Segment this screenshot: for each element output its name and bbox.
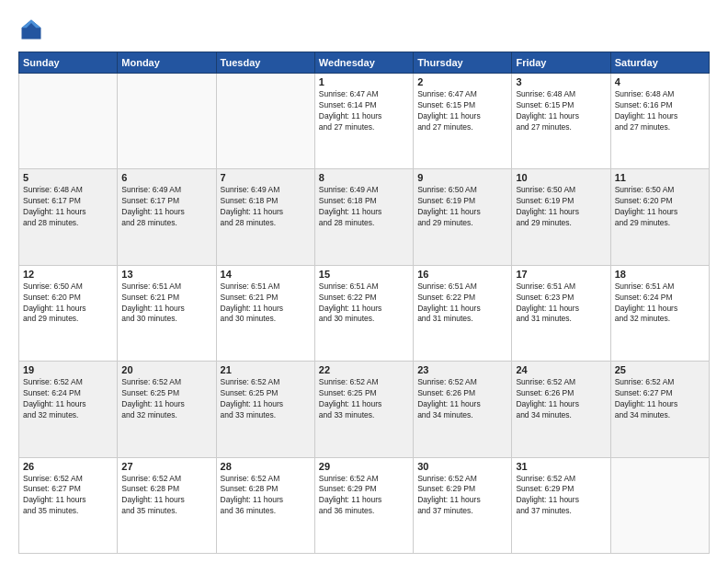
- calendar-cell: 13Sunrise: 6:51 AM Sunset: 6:21 PM Dayli…: [118, 265, 216, 361]
- day-number: 16: [417, 269, 507, 280]
- day-info: Sunrise: 6:51 AM Sunset: 6:22 PM Dayligh…: [319, 282, 409, 326]
- day-info: Sunrise: 6:52 AM Sunset: 6:27 PM Dayligh…: [615, 377, 705, 421]
- calendar-cell: 2Sunrise: 6:47 AM Sunset: 6:15 PM Daylig…: [414, 74, 512, 169]
- calendar-cell: 21Sunrise: 6:52 AM Sunset: 6:25 PM Dayli…: [216, 362, 314, 457]
- day-info: Sunrise: 6:51 AM Sunset: 6:22 PM Dayligh…: [417, 282, 507, 326]
- calendar-cell: 18Sunrise: 6:51 AM Sunset: 6:24 PM Dayli…: [610, 265, 709, 361]
- day-info: Sunrise: 6:52 AM Sunset: 6:26 PM Dayligh…: [417, 377, 507, 421]
- calendar-week-4: 19Sunrise: 6:52 AM Sunset: 6:24 PM Dayli…: [19, 362, 710, 457]
- calendar-header-tuesday: Tuesday: [216, 52, 314, 74]
- calendar-cell: 9Sunrise: 6:50 AM Sunset: 6:19 PM Daylig…: [414, 169, 512, 265]
- day-info: Sunrise: 6:48 AM Sunset: 6:17 PM Dayligh…: [23, 185, 113, 229]
- calendar-cell: [19, 74, 118, 169]
- day-info: Sunrise: 6:47 AM Sunset: 6:14 PM Dayligh…: [319, 89, 409, 133]
- day-info: Sunrise: 6:50 AM Sunset: 6:19 PM Dayligh…: [417, 185, 507, 229]
- day-number: 23: [417, 364, 507, 375]
- day-number: 17: [516, 269, 606, 280]
- day-number: 27: [121, 461, 211, 472]
- day-info: Sunrise: 6:47 AM Sunset: 6:15 PM Dayligh…: [417, 89, 507, 133]
- calendar-cell: 26Sunrise: 6:52 AM Sunset: 6:27 PM Dayli…: [19, 457, 118, 553]
- calendar-cell: 22Sunrise: 6:52 AM Sunset: 6:25 PM Dayli…: [314, 362, 413, 457]
- calendar-cell: 16Sunrise: 6:51 AM Sunset: 6:22 PM Dayli…: [414, 265, 512, 361]
- day-number: 30: [417, 461, 507, 472]
- day-number: 3: [516, 76, 606, 87]
- calendar-header-sunday: Sunday: [19, 52, 118, 74]
- calendar-cell: 10Sunrise: 6:50 AM Sunset: 6:19 PM Dayli…: [512, 169, 610, 265]
- day-info: Sunrise: 6:52 AM Sunset: 6:25 PM Dayligh…: [121, 377, 211, 421]
- day-number: 6: [121, 172, 211, 183]
- day-info: Sunrise: 6:52 AM Sunset: 6:28 PM Dayligh…: [121, 474, 211, 518]
- calendar-header-wednesday: Wednesday: [314, 52, 413, 74]
- calendar-cell: 15Sunrise: 6:51 AM Sunset: 6:22 PM Dayli…: [314, 265, 413, 361]
- day-info: Sunrise: 6:50 AM Sunset: 6:19 PM Dayligh…: [516, 185, 606, 229]
- day-number: 18: [615, 269, 705, 280]
- logo-icon: [18, 17, 44, 42]
- calendar-cell: 1Sunrise: 6:47 AM Sunset: 6:14 PM Daylig…: [314, 74, 413, 169]
- calendar-cell: [118, 74, 216, 169]
- day-info: Sunrise: 6:51 AM Sunset: 6:21 PM Dayligh…: [121, 282, 211, 326]
- calendar-week-5: 26Sunrise: 6:52 AM Sunset: 6:27 PM Dayli…: [19, 457, 710, 553]
- day-number: 15: [319, 269, 409, 280]
- day-info: Sunrise: 6:48 AM Sunset: 6:15 PM Dayligh…: [516, 89, 606, 133]
- calendar-cell: 14Sunrise: 6:51 AM Sunset: 6:21 PM Dayli…: [216, 265, 314, 361]
- day-number: 24: [516, 364, 606, 375]
- day-info: Sunrise: 6:50 AM Sunset: 6:20 PM Dayligh…: [615, 185, 705, 229]
- calendar-cell: 6Sunrise: 6:49 AM Sunset: 6:17 PM Daylig…: [118, 169, 216, 265]
- calendar-header-saturday: Saturday: [610, 52, 709, 74]
- day-number: 20: [121, 364, 211, 375]
- day-info: Sunrise: 6:52 AM Sunset: 6:28 PM Dayligh…: [221, 474, 311, 518]
- calendar-cell: 30Sunrise: 6:52 AM Sunset: 6:29 PM Dayli…: [414, 457, 512, 553]
- day-info: Sunrise: 6:52 AM Sunset: 6:25 PM Dayligh…: [319, 377, 409, 421]
- day-info: Sunrise: 6:49 AM Sunset: 6:17 PM Dayligh…: [121, 185, 211, 229]
- calendar-cell: 27Sunrise: 6:52 AM Sunset: 6:28 PM Dayli…: [118, 457, 216, 553]
- day-number: 22: [319, 364, 409, 375]
- calendar-cell: 4Sunrise: 6:48 AM Sunset: 6:16 PM Daylig…: [610, 74, 709, 169]
- day-info: Sunrise: 6:49 AM Sunset: 6:18 PM Dayligh…: [221, 185, 311, 229]
- day-number: 8: [319, 172, 409, 183]
- day-info: Sunrise: 6:51 AM Sunset: 6:24 PM Dayligh…: [615, 282, 705, 326]
- calendar-cell: 24Sunrise: 6:52 AM Sunset: 6:26 PM Dayli…: [512, 362, 610, 457]
- day-info: Sunrise: 6:52 AM Sunset: 6:29 PM Dayligh…: [516, 474, 606, 518]
- day-number: 13: [121, 269, 211, 280]
- calendar-cell: 31Sunrise: 6:52 AM Sunset: 6:29 PM Dayli…: [512, 457, 610, 553]
- calendar-cell: 12Sunrise: 6:50 AM Sunset: 6:20 PM Dayli…: [19, 265, 118, 361]
- day-info: Sunrise: 6:50 AM Sunset: 6:20 PM Dayligh…: [23, 282, 113, 326]
- day-info: Sunrise: 6:52 AM Sunset: 6:25 PM Dayligh…: [221, 377, 311, 421]
- logo: [18, 17, 48, 42]
- day-info: Sunrise: 6:52 AM Sunset: 6:29 PM Dayligh…: [319, 474, 409, 518]
- calendar-cell: 28Sunrise: 6:52 AM Sunset: 6:28 PM Dayli…: [216, 457, 314, 553]
- day-number: 5: [23, 172, 113, 183]
- calendar-table: SundayMondayTuesdayWednesdayThursdayFrid…: [18, 52, 710, 554]
- day-info: Sunrise: 6:52 AM Sunset: 6:27 PM Dayligh…: [23, 474, 113, 518]
- day-number: 9: [417, 172, 507, 183]
- calendar-cell: 25Sunrise: 6:52 AM Sunset: 6:27 PM Dayli…: [610, 362, 709, 457]
- page: SundayMondayTuesdayWednesdayThursdayFrid…: [0, 0, 728, 563]
- calendar-cell: 29Sunrise: 6:52 AM Sunset: 6:29 PM Dayli…: [314, 457, 413, 553]
- day-number: 19: [23, 364, 113, 375]
- day-number: 25: [615, 364, 705, 375]
- day-number: 28: [221, 461, 311, 472]
- day-number: 1: [319, 76, 409, 87]
- day-info: Sunrise: 6:48 AM Sunset: 6:16 PM Dayligh…: [615, 89, 705, 133]
- day-number: 4: [615, 76, 705, 87]
- day-info: Sunrise: 6:52 AM Sunset: 6:29 PM Dayligh…: [417, 474, 507, 518]
- day-info: Sunrise: 6:52 AM Sunset: 6:26 PM Dayligh…: [516, 377, 606, 421]
- day-number: 26: [23, 461, 113, 472]
- day-info: Sunrise: 6:51 AM Sunset: 6:21 PM Dayligh…: [221, 282, 311, 326]
- calendar-cell: [610, 457, 709, 553]
- day-number: 11: [615, 172, 705, 183]
- calendar-header-monday: Monday: [118, 52, 216, 74]
- calendar-week-3: 12Sunrise: 6:50 AM Sunset: 6:20 PM Dayli…: [19, 265, 710, 361]
- day-number: 12: [23, 269, 113, 280]
- calendar-week-1: 1Sunrise: 6:47 AM Sunset: 6:14 PM Daylig…: [19, 74, 710, 169]
- day-info: Sunrise: 6:52 AM Sunset: 6:24 PM Dayligh…: [23, 377, 113, 421]
- calendar-header-thursday: Thursday: [414, 52, 512, 74]
- calendar-cell: 3Sunrise: 6:48 AM Sunset: 6:15 PM Daylig…: [512, 74, 610, 169]
- day-number: 2: [417, 76, 507, 87]
- calendar-week-2: 5Sunrise: 6:48 AM Sunset: 6:17 PM Daylig…: [19, 169, 710, 265]
- calendar-cell: 7Sunrise: 6:49 AM Sunset: 6:18 PM Daylig…: [216, 169, 314, 265]
- calendar-cell: 5Sunrise: 6:48 AM Sunset: 6:17 PM Daylig…: [19, 169, 118, 265]
- day-number: 7: [221, 172, 311, 183]
- calendar-header-row: SundayMondayTuesdayWednesdayThursdayFrid…: [19, 52, 710, 74]
- calendar-cell: [216, 74, 314, 169]
